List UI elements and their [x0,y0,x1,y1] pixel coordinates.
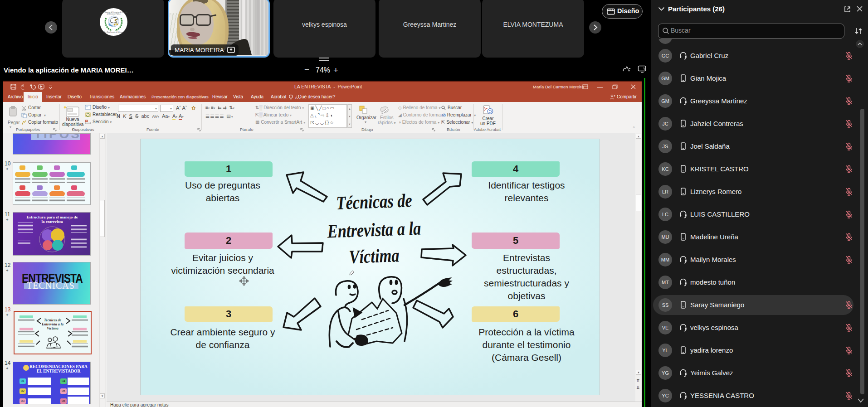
svg-text:Dra. Clara Gonzalez de Behring: Dra. Clara Gonzalez de Behringer [104,31,123,33]
svg-text:del Ministerio Publico: del Ministerio Publico [107,13,120,15]
